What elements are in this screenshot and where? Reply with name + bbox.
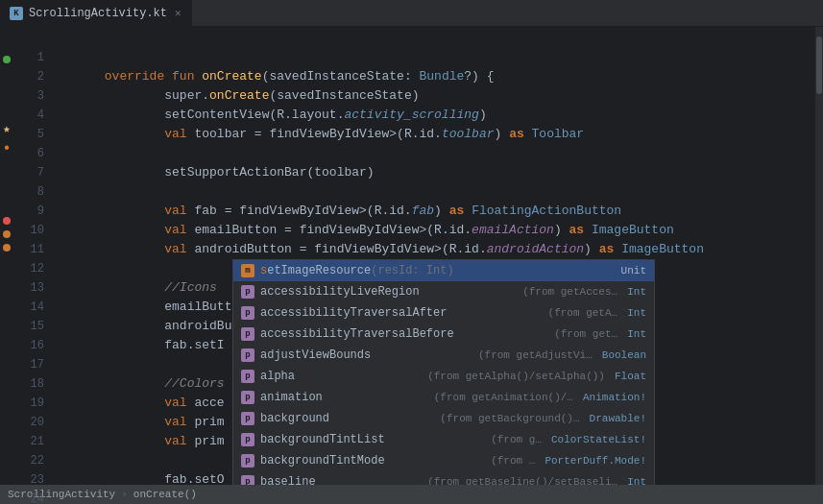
line-num: 22 xyxy=(13,451,52,470)
ac-item-detail: (from getAcces… xyxy=(522,286,617,298)
ac-item-type: Animation! xyxy=(583,392,646,403)
tab-bar: K ScrollingActivity.kt ✕ xyxy=(0,0,823,27)
ac-item-type: PorterDuff.Mode! xyxy=(545,455,646,467)
autocomplete-item-setimageresource[interactable]: m setImageResource(resId: Int) Unit xyxy=(233,260,654,281)
autocomplete-item-accessibilitytraversalafter[interactable]: p accessibilityTraversalAfter (from getA… xyxy=(233,302,654,324)
line-num: 14 xyxy=(13,298,52,317)
code-line: override fun onCreate(savedInstanceState… xyxy=(60,48,815,67)
code-line xyxy=(60,29,815,48)
line-num: 6 xyxy=(13,144,52,163)
autocomplete-item-baseline[interactable]: p baseline (from getBaseline()/setBaseli… xyxy=(233,471,654,485)
ac-icon-prop: p xyxy=(241,285,254,299)
autocomplete-item-backgroundtintmode[interactable]: p backgroundTintMode (from … PorterDuff.… xyxy=(233,450,654,471)
line-num: 2 xyxy=(13,67,52,86)
ac-item-detail: (from get… xyxy=(554,328,617,340)
ac-item-detail: (from getAlpha()/setAlpha()) xyxy=(427,371,605,382)
line-num: 12 xyxy=(13,259,52,278)
autocomplete-dropdown[interactable]: m setImageResource(resId: Int) Unit p ac… xyxy=(232,259,655,485)
ac-item-detail: (from getAnimation()/… xyxy=(434,392,573,403)
autocomplete-item-adjustviewbounds[interactable]: p adjustViewBounds (from getAdjustVi… Bo… xyxy=(233,345,654,366)
line-num: 23 xyxy=(13,470,52,490)
ac-item-name: baseline xyxy=(260,475,422,485)
autocomplete-item-background[interactable]: p background (from getBackground()… Draw… xyxy=(233,408,654,429)
left-gutter: ★ • xyxy=(0,27,13,485)
scrollbar[interactable] xyxy=(815,27,823,485)
indicator-orange: • xyxy=(2,140,12,157)
ac-item-type: Float xyxy=(615,371,646,382)
ac-item-name: accessibilityTraversalBefore xyxy=(260,327,548,341)
ac-icon-prop: p xyxy=(241,454,254,468)
ac-item-name: adjustViewBounds xyxy=(260,348,472,362)
line-num: 21 xyxy=(13,432,52,451)
autocomplete-item-accessibilityliveregion[interactable]: p accessibilityLiveRegion (from getAcces… xyxy=(233,281,654,302)
status-bar: ScrollingActivity › onCreate() xyxy=(0,485,823,504)
line-num: 18 xyxy=(13,374,52,394)
line-num: 13 xyxy=(13,278,52,298)
ac-item-name: setImageResource(resId: Int) xyxy=(260,264,616,277)
scrollbar-thumb[interactable] xyxy=(816,36,822,94)
line-num: 24 xyxy=(13,490,52,504)
line-num: 7 xyxy=(13,163,52,182)
ac-icon-prop: p xyxy=(241,433,254,446)
code-line: setSupportActionBar(toolbar) xyxy=(60,144,815,163)
tab-file-icon: K xyxy=(10,7,23,20)
autocomplete-item-animation[interactable]: p animation (from getAnimation()/… Anima… xyxy=(233,387,654,408)
indicator-orange3 xyxy=(3,244,11,252)
ac-item-detail: (from … xyxy=(491,455,535,467)
status-separator: › xyxy=(121,489,128,500)
ac-icon-prop: p xyxy=(241,475,254,485)
autocomplete-item-backgroundtintlist[interactable]: p backgroundTintList (from g… ColorState… xyxy=(233,429,654,450)
line-num: 9 xyxy=(13,202,52,221)
ac-item-detail: (from getBackground()… xyxy=(440,413,579,424)
main-layout: ★ • 1 2 3 4 5 6 7 8 9 10 11 12 13 14 15 … xyxy=(0,27,823,485)
ac-item-name: background xyxy=(260,412,434,425)
line-num: 10 xyxy=(13,221,52,240)
line-num: 11 xyxy=(13,240,52,259)
line-num: 5 xyxy=(13,125,52,144)
ac-item-type: Int xyxy=(627,476,646,485)
line-num xyxy=(13,29,52,48)
line-num: 4 xyxy=(13,106,52,125)
indicator-red xyxy=(3,217,11,225)
ac-item-name: accessibilityTraversalAfter xyxy=(260,306,543,320)
indicator-orange2 xyxy=(3,230,11,238)
ac-item-name: backgroundTintMode xyxy=(260,454,485,468)
autocomplete-item-alpha[interactable]: p alpha (from getAlpha()/setAlpha()) Flo… xyxy=(233,366,654,387)
line-num: 1 xyxy=(13,48,52,67)
status-right: onCreate() xyxy=(133,489,197,500)
tab-label: ScrollingActivity.kt xyxy=(29,7,167,20)
tab-close-icon[interactable]: ✕ xyxy=(175,7,182,19)
ac-item-type: Int xyxy=(627,307,646,319)
ac-item-name: alpha xyxy=(260,370,422,383)
ac-item-type: ColorStateList! xyxy=(551,434,646,445)
line-num: 8 xyxy=(13,182,52,202)
ac-item-detail: (from getBaseline()/setBaseli… xyxy=(427,476,617,485)
ac-icon-prop: p xyxy=(241,348,254,362)
ac-item-type: Unit xyxy=(621,265,646,276)
ac-icon-prop: p xyxy=(241,370,254,383)
ac-item-name: animation xyxy=(260,391,428,404)
line-num: 17 xyxy=(13,355,52,374)
ac-icon-prop: p xyxy=(241,306,254,320)
code-editor[interactable]: override fun onCreate(savedInstanceState… xyxy=(52,27,815,485)
line-num: 3 xyxy=(13,86,52,106)
line-num: 15 xyxy=(13,317,52,336)
ac-item-detail: (from getA… xyxy=(548,307,618,319)
tab-scrolling-activity[interactable]: K ScrollingActivity.kt ✕ xyxy=(0,0,192,26)
ac-icon-prop: p xyxy=(241,327,254,341)
ac-item-type: Boolean xyxy=(602,349,646,361)
ac-icon-prop: p xyxy=(241,391,254,404)
autocomplete-item-accessibilitytraversalbefore[interactable]: p accessibilityTraversalBefore (from get… xyxy=(233,324,654,345)
ac-item-type: Int xyxy=(627,328,646,340)
ac-item-detail: (from g… xyxy=(491,434,542,445)
ac-item-type: Drawable! xyxy=(590,413,646,424)
line-num: 19 xyxy=(13,394,52,413)
line-numbers: 1 2 3 4 5 6 7 8 9 10 11 12 13 14 15 16 1… xyxy=(13,27,52,485)
line-num: 16 xyxy=(13,336,52,355)
code-line: val fab = findViewByIdView>(R.id.fab) as… xyxy=(60,182,815,202)
ac-icon-method: m xyxy=(241,264,254,277)
ac-icon-prop: p xyxy=(241,412,254,425)
line-num: 20 xyxy=(13,413,52,432)
ac-item-type: Int xyxy=(627,286,646,298)
ac-item-name: accessibilityLiveRegion xyxy=(260,285,517,299)
